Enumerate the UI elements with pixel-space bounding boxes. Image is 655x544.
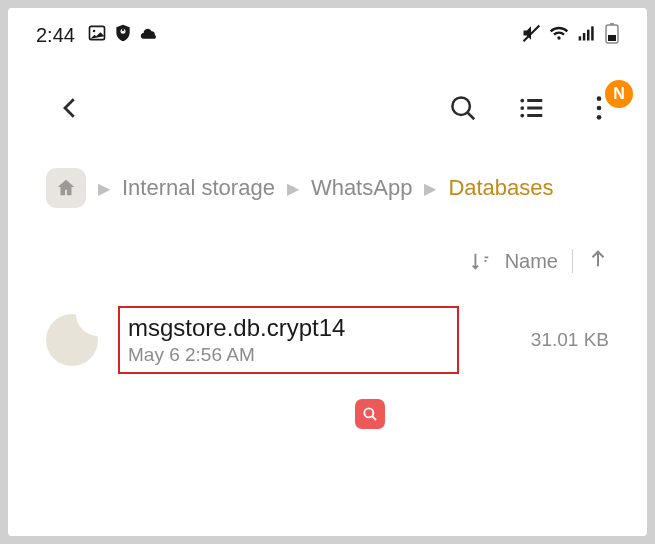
svg-rect-7 xyxy=(591,26,594,40)
file-manager-screen: 2:44 xyxy=(8,8,647,536)
avatar[interactable]: N xyxy=(605,80,633,108)
file-date: May 6 2:56 AM xyxy=(128,344,489,366)
shield-icon xyxy=(113,23,133,47)
svg-rect-9 xyxy=(610,23,614,25)
file-size: 31.01 KB xyxy=(519,329,609,351)
battery-icon xyxy=(605,22,619,48)
svg-point-15 xyxy=(520,106,524,110)
chevron-right-icon: ▶ xyxy=(424,179,436,198)
file-name: msgstore.db.crypt14 xyxy=(128,314,489,342)
sort-direction-button[interactable] xyxy=(587,248,609,274)
sort-options-button[interactable] xyxy=(469,250,491,272)
svg-rect-16 xyxy=(527,107,542,110)
svg-point-19 xyxy=(597,96,602,101)
app-bar: N xyxy=(8,56,647,150)
svg-point-21 xyxy=(597,115,602,120)
svg-point-1 xyxy=(93,30,96,33)
file-list: msgstore.db.crypt14 May 6 2:56 AM 31.01 … xyxy=(8,286,647,394)
back-button[interactable] xyxy=(48,86,92,130)
breadcrumb-home-button[interactable] xyxy=(46,168,86,208)
wifi-icon xyxy=(549,23,569,47)
view-list-button[interactable] xyxy=(513,90,549,126)
chevron-right-icon: ▶ xyxy=(98,179,110,198)
sort-label[interactable]: Name xyxy=(505,250,558,273)
image-icon xyxy=(87,23,107,47)
svg-rect-14 xyxy=(527,99,542,102)
svg-rect-6 xyxy=(587,30,590,41)
breadcrumb-databases[interactable]: Databases xyxy=(448,175,553,201)
svg-line-24 xyxy=(372,416,376,420)
breadcrumb: ▶ Internal storage ▶ WhatsApp ▶ Database… xyxy=(8,150,647,226)
svg-rect-5 xyxy=(583,33,586,41)
breadcrumb-internal-storage[interactable]: Internal storage xyxy=(122,175,275,201)
file-row[interactable]: msgstore.db.crypt14 May 6 2:56 AM 31.01 … xyxy=(46,306,609,374)
mute-icon xyxy=(521,23,541,47)
status-bar: 2:44 xyxy=(8,8,647,56)
status-time: 2:44 xyxy=(36,24,75,47)
more-menu-button[interactable]: N xyxy=(581,90,617,126)
svg-point-23 xyxy=(364,408,373,417)
svg-point-11 xyxy=(452,97,470,115)
svg-point-20 xyxy=(597,106,602,111)
cloud-icon xyxy=(139,26,159,44)
chevron-right-icon: ▶ xyxy=(287,179,299,198)
search-button[interactable] xyxy=(445,90,481,126)
svg-rect-10 xyxy=(608,35,616,41)
svg-point-17 xyxy=(520,114,524,118)
svg-rect-4 xyxy=(579,36,582,40)
svg-line-12 xyxy=(468,113,475,120)
search-overlay-button[interactable] xyxy=(355,399,385,429)
svg-point-13 xyxy=(520,99,524,103)
signal-icon xyxy=(577,23,597,47)
divider xyxy=(572,249,573,273)
sort-bar: Name xyxy=(8,226,647,286)
file-icon xyxy=(46,314,98,366)
breadcrumb-whatsapp[interactable]: WhatsApp xyxy=(311,175,413,201)
svg-rect-18 xyxy=(527,114,542,117)
